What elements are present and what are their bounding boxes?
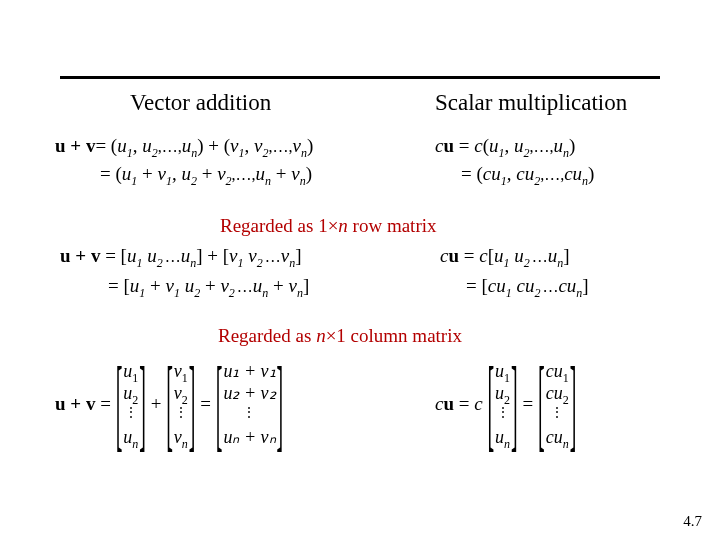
- eq-tuple-scal-1: cu = c(u1, u2, … , un): [435, 135, 575, 161]
- heading-vector-addition: Vector addition: [130, 90, 271, 116]
- caption-column-matrix: Regarded as n×1 column matrix: [218, 325, 462, 347]
- eq-row-scal-1: cu = c[u1 u2 … un]: [440, 245, 570, 271]
- eq-col-scal: cu = c [u1u2⋮un] = [cu1cu2⋮cun]: [435, 360, 576, 448]
- heading-scalar-multiplication: Scalar multiplication: [435, 90, 627, 116]
- eq-row-add-2: = [u1 + v1 u2 + v2 … un + vn]: [108, 275, 309, 301]
- caption-row-matrix: Regarded as 1×n row matrix: [220, 215, 437, 237]
- page-number: 4.7: [683, 513, 702, 530]
- horizontal-rule: [60, 76, 660, 79]
- eq-tuple-add-1: u + v= (u1, u2, … , un) + (v1, v2, … , v…: [55, 135, 313, 161]
- eq-col-add: u + v = [u1u2⋮un] + [v1v2⋮vn] = [u₁ + v₁…: [55, 360, 283, 448]
- eq-row-scal-2: = [cu1 cu2 … cun]: [466, 275, 589, 301]
- eq-tuple-add-2: = (u1 + v1, u2 + v2, … , un + vn): [100, 163, 312, 189]
- eq-row-add-1: u + v = [u1 u2 … un] + [v1 v2 … vn]: [60, 245, 301, 271]
- eq-tuple-scal-2: = (cu1, cu2, … , cun): [461, 163, 594, 189]
